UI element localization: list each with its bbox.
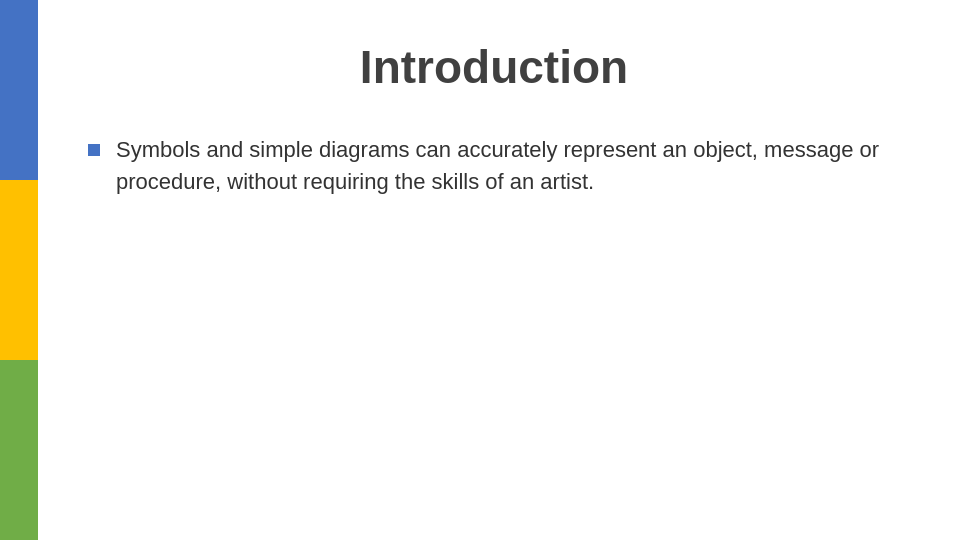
bullet-marker: [88, 138, 108, 160]
bar-green: [0, 360, 38, 540]
bullet-square-icon: [88, 144, 100, 156]
slide-container: Introduction Symbols and simple diagrams…: [0, 0, 960, 540]
left-bars: [0, 0, 38, 540]
bullet-text-1: Symbols and simple diagrams can accurate…: [116, 134, 900, 198]
content-area: Introduction Symbols and simple diagrams…: [38, 0, 960, 540]
bullet-item-1: Symbols and simple diagrams can accurate…: [88, 134, 900, 198]
slide-title: Introduction: [88, 40, 900, 94]
bar-blue: [0, 0, 38, 180]
bar-yellow: [0, 180, 38, 360]
